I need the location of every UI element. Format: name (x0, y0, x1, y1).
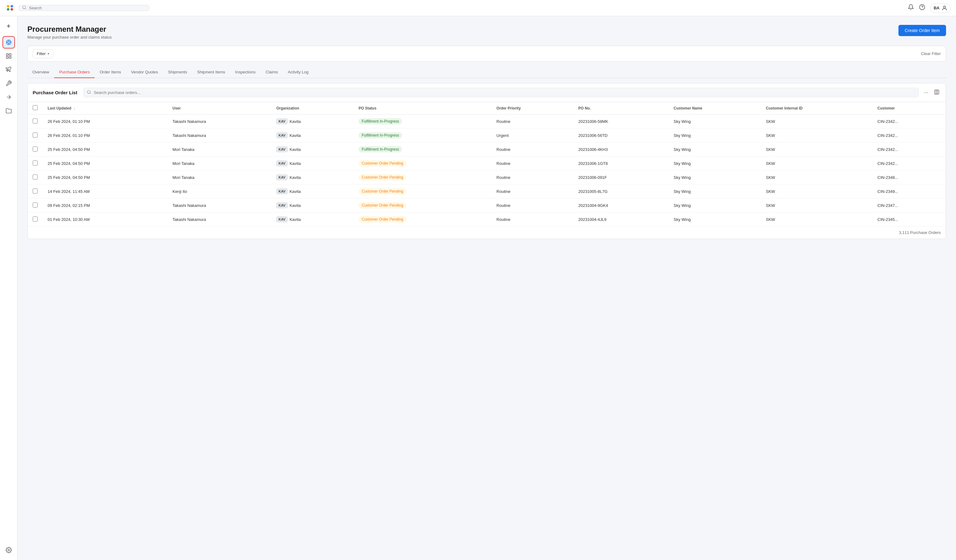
topbar-right: BA (908, 3, 951, 13)
col-po-no[interactable]: PO No. (573, 102, 668, 115)
topbar: BA (0, 0, 956, 16)
svg-point-19 (8, 549, 9, 551)
cell-user: Mori Tanaka (167, 157, 271, 171)
filter-button[interactable]: Filter ▾ (33, 49, 53, 58)
table-row-count: 3,111 Purchase Orders (899, 230, 941, 235)
tab-shipments[interactable]: Shipments (163, 67, 192, 78)
table-search-input[interactable] (94, 90, 915, 95)
cell-user: Kenji Ito (167, 185, 271, 199)
cell-customer-internal-id: SKW (761, 199, 873, 212)
cell-organization: KAV Kavita (271, 171, 354, 185)
page-subtitle: Manage your purchase order and claims st… (27, 35, 112, 39)
sidebar-item-settings[interactable] (3, 544, 15, 556)
cell-customer-internal-id: SKW (761, 157, 873, 171)
cell-customer: CIN-2348... (873, 171, 946, 185)
table-search-container[interactable] (83, 88, 919, 97)
col-order-priority[interactable]: Order Priority (491, 102, 573, 115)
cell-customer-name: Sky Wing (669, 199, 761, 212)
sidebar-item-documents[interactable] (3, 105, 15, 117)
sidebar-item-procurement[interactable] (3, 36, 15, 49)
tab-shipment-items[interactable]: Shipment Items (192, 67, 230, 78)
select-all-checkbox[interactable] (33, 105, 38, 110)
cell-customer-name: Sky Wing (669, 129, 761, 143)
clear-filter-button[interactable]: Clear Filter (921, 51, 941, 56)
col-user[interactable]: User (167, 102, 271, 115)
table-row[interactable]: 25 Feb 2024, 04:50 PM Mori Tanaka KAV Ka… (28, 157, 946, 171)
table-row[interactable]: 01 Feb 2024, 10:30 AM Takashi Nakamura K… (28, 212, 946, 226)
row-checkbox-5[interactable] (33, 188, 38, 193)
search-input[interactable] (29, 6, 146, 10)
sidebar-item-analytics[interactable] (3, 50, 15, 62)
table-more-options-icon[interactable]: ··· (922, 88, 929, 97)
row-checkbox-cell[interactable] (28, 171, 42, 185)
cell-customer-internal-id: SKW (761, 143, 873, 157)
col-customer[interactable]: Customer (873, 102, 946, 115)
sidebar-item-tools[interactable] (3, 77, 15, 89)
tab-overview[interactable]: Overview (27, 67, 54, 78)
topbar-search-container[interactable] (19, 5, 149, 11)
row-checkbox-0[interactable] (33, 119, 38, 124)
col-last-updated[interactable]: Last Updated ↓ (42, 102, 167, 115)
row-checkbox-4[interactable] (33, 174, 38, 179)
row-checkbox-2[interactable] (33, 146, 38, 152)
cell-user: Takashi Nakamura (167, 212, 271, 226)
svg-point-10 (8, 41, 9, 44)
cell-customer: CIN-2342... (873, 143, 946, 157)
sidebar-item-transfers[interactable] (3, 91, 15, 103)
cell-order-priority: Routine (491, 171, 573, 185)
table-columns-icon[interactable] (932, 88, 941, 97)
tab-claims[interactable]: Claims (261, 67, 283, 78)
row-checkbox-cell[interactable] (28, 129, 42, 143)
col-customer-name[interactable]: Customer Name (669, 102, 761, 115)
org-name: Kavita (289, 203, 300, 208)
table-row[interactable]: 25 Feb 2024, 04:50 PM Mori Tanaka KAV Ka… (28, 143, 946, 157)
cell-order-priority: Routine (491, 212, 573, 226)
row-checkbox-cell[interactable] (28, 143, 42, 157)
col-organization[interactable]: Organization (271, 102, 354, 115)
row-checkbox-7[interactable] (33, 216, 38, 221)
tab-order-items[interactable]: Order Items (94, 67, 126, 78)
cell-last-updated: 01 Feb 2024, 10:30 AM (42, 212, 167, 226)
page-header-left: Procurement Manager Manage your purchase… (27, 25, 112, 39)
row-checkbox-1[interactable] (33, 133, 38, 138)
status-badge: Fulfillment In-Progress (358, 118, 402, 124)
create-order-item-button[interactable]: Create Order Item (898, 25, 946, 36)
tab-activity-log[interactable]: Activity Log (283, 67, 313, 78)
org-name: Kavita (289, 147, 300, 152)
cell-customer-internal-id: SKW (761, 129, 873, 143)
help-icon[interactable] (919, 4, 925, 12)
col-customer-internal-id[interactable]: Customer Internal ID (761, 102, 873, 115)
row-checkbox-cell[interactable] (28, 199, 42, 212)
org-tag: KAV (276, 119, 288, 124)
user-avatar[interactable]: BA (930, 3, 951, 13)
svg-point-3 (7, 8, 9, 11)
status-badge: Customer Order Pending (358, 174, 406, 180)
cell-po-no: 20231005-8L7G (573, 185, 668, 199)
cell-last-updated: 26 Feb 2024, 01:10 PM (42, 129, 167, 143)
row-checkbox-cell[interactable] (28, 115, 42, 129)
cell-user: Takashi Nakamura (167, 115, 271, 129)
table-header-actions: ··· (922, 88, 941, 97)
status-badge: Customer Order Pending (358, 188, 406, 195)
table-row[interactable]: 09 Feb 2024, 02:15 PM Takashi Nakamura K… (28, 199, 946, 212)
notifications-icon[interactable] (908, 4, 914, 12)
sidebar-item-add[interactable]: + (3, 20, 15, 32)
status-badge: Fulfillment In-Progress (358, 146, 402, 152)
table-row[interactable]: 14 Feb 2024, 11:45 AM Kenji Ito KAV Kavi… (28, 185, 946, 199)
tab-purchase-orders[interactable]: Purchase Orders (54, 67, 94, 78)
col-po-status[interactable]: PO Status (354, 102, 491, 115)
col-select-all[interactable] (28, 102, 42, 115)
cell-organization: KAV Kavita (271, 143, 354, 157)
row-checkbox-cell[interactable] (28, 212, 42, 226)
svg-rect-15 (6, 54, 8, 56)
tab-inspections[interactable]: Inspections (230, 67, 261, 78)
row-checkbox-3[interactable] (33, 160, 38, 166)
sidebar-item-flights[interactable] (3, 63, 15, 76)
row-checkbox-cell[interactable] (28, 185, 42, 199)
row-checkbox-6[interactable] (33, 202, 38, 207)
tab-vendor-quotes[interactable]: Vendor Quotes (126, 67, 163, 78)
table-row[interactable]: 25 Feb 2024, 04:50 PM Mori Tanaka KAV Ka… (28, 171, 946, 185)
table-row[interactable]: 26 Feb 2024, 01:10 PM Takashi Nakamura K… (28, 115, 946, 129)
row-checkbox-cell[interactable] (28, 157, 42, 171)
table-row[interactable]: 26 Feb 2024, 01:10 PM Takashi Nakamura K… (28, 129, 946, 143)
